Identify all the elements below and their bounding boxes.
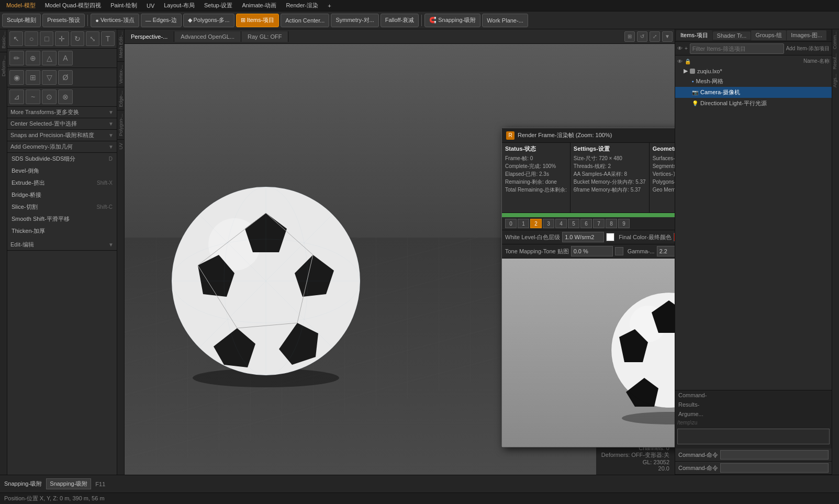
- cone-tool[interactable]: ▽: [42, 70, 57, 85]
- command-input-2[interactable]: [720, 463, 829, 473]
- tree-light[interactable]: 💡 Directional Light-平行光源: [675, 98, 832, 109]
- rotate-tool[interactable]: ↻: [71, 31, 84, 46]
- menu-add[interactable]: +: [323, 2, 335, 10]
- text2-tool[interactable]: A: [58, 51, 73, 65]
- zuqiu-expand-icon: ▶: [684, 68, 688, 74]
- sds-tool[interactable]: SDS Subdivide-SDS细分 D: [7, 153, 117, 165]
- menu-layout[interactable]: Layout-布局: [160, 1, 199, 10]
- extrude-tool[interactable]: Extrude-挤出 Shift-X: [7, 177, 117, 189]
- menu-render[interactable]: Render-渲染: [282, 1, 322, 10]
- torus-tool[interactable]: Ø: [58, 70, 73, 85]
- filter-items-input[interactable]: [690, 43, 784, 54]
- white-level-input[interactable]: [562, 232, 604, 242]
- move-tool[interactable]: ✛: [55, 31, 69, 46]
- mesh-edit-label: Mesh Edit-...: [118, 29, 124, 60]
- polygons-button[interactable]: ◆ Polygons-多...: [183, 14, 234, 27]
- edges-button[interactable]: — Edges-边: [141, 14, 182, 27]
- menu-model-quad[interactable]: Model Quad-模型四视: [41, 1, 106, 10]
- menu-paint[interactable]: Paint-绘制: [106, 1, 141, 10]
- tone-icon[interactable]: [615, 247, 623, 255]
- snapping-toolbar-icon: 🧲: [429, 17, 437, 24]
- tree-mesh[interactable]: ▪ Mesh-网格: [675, 76, 832, 87]
- pen-tool[interactable]: ✏: [9, 51, 24, 65]
- box-tool[interactable]: □: [40, 31, 53, 46]
- frame-7[interactable]: 7: [593, 219, 605, 228]
- right-tab-shader[interactable]: Shader Tr...: [713, 31, 751, 40]
- falloff-button[interactable]: Falloff-衰减: [381, 14, 419, 27]
- more-transforms-row[interactable]: More Transforms-更多变换 ▼: [7, 107, 117, 118]
- right-tab-groups[interactable]: Groups-组: [751, 30, 786, 40]
- viewport-content[interactable]: Camera-摄像机 Channels: 0 Deformers: OFF-变形…: [125, 44, 675, 475]
- left-strip: Basic-... Deform-...: [0, 29, 7, 475]
- viewport-icon-1[interactable]: ⊞: [624, 31, 635, 42]
- snaps-precision-row[interactable]: Snaps and Precision-吸附和精度 ▼: [7, 130, 117, 141]
- frame-5[interactable]: 5: [568, 219, 579, 228]
- viewport-tab-opengl[interactable]: Advanced OpenGL...: [174, 31, 241, 42]
- bevel-tool[interactable]: Bevel-倒角: [7, 165, 117, 177]
- tree-camera[interactable]: 📷 Camera-摄像机: [675, 87, 832, 98]
- shape-tool[interactable]: △: [42, 51, 57, 65]
- frame-6[interactable]: 6: [580, 219, 592, 228]
- viewport-tab-raygl[interactable]: Ray GL: OFF: [241, 31, 288, 42]
- frame-3[interactable]: 3: [543, 219, 554, 228]
- frame-1[interactable]: 1: [518, 219, 529, 228]
- smooth-shift-tool[interactable]: Smooth Shift-平滑平移: [7, 213, 117, 225]
- tree-zuqiu[interactable]: ▶ zuqiu.lxo*: [675, 66, 832, 76]
- frame-4[interactable]: 4: [555, 219, 567, 228]
- thicken-tool[interactable]: Thicken-加厚: [7, 225, 117, 237]
- sculpt-button[interactable]: Sculpt-雕刻: [2, 14, 41, 27]
- right-cmd-label2: Results-: [675, 400, 832, 409]
- status-panel: Status-状态 Frame-帧: 0 Complete-完成: 100% E…: [502, 143, 570, 212]
- viewport-tabs: Perspective-... Advanced OpenGL... Ray G…: [125, 29, 675, 44]
- command-input-1[interactable]: [720, 450, 829, 460]
- paint-tool[interactable]: ○: [25, 31, 38, 46]
- frame-9[interactable]: 9: [618, 219, 630, 228]
- symmetry-button[interactable]: Symmetry-对...: [331, 14, 378, 27]
- work-plane-button[interactable]: Work Plane-...: [482, 14, 528, 27]
- snapping-toolbar-button[interactable]: 🧲 Snapping-吸附: [424, 14, 480, 27]
- right-tab-images[interactable]: Images-图...: [787, 30, 826, 40]
- frame-0[interactable]: 0: [505, 219, 517, 228]
- mesh-vert-strip: Mesh Edit-... Vertex-... Edge-... Polygo…: [117, 29, 125, 475]
- scale-tool[interactable]: ⤡: [86, 31, 99, 46]
- sphere-tool[interactable]: ◉: [9, 70, 24, 85]
- frame-8[interactable]: 8: [606, 219, 617, 228]
- menu-animate[interactable]: Animate-动画: [238, 1, 281, 10]
- viewport-icon-3[interactable]: ⤢: [650, 31, 660, 42]
- edges-icon: —: [146, 17, 151, 24]
- menu-setup[interactable]: Setup-设置: [200, 1, 237, 10]
- viewport-tab-perspective[interactable]: Perspective-...: [125, 31, 174, 42]
- center-selected-row[interactable]: Center Selected-置中选择 ▼: [7, 118, 117, 130]
- vertices-button[interactable]: ● Vertices-顶点: [91, 14, 139, 27]
- items-button[interactable]: ⊞ Items-项目: [236, 14, 279, 27]
- render-settings-row2: Tone Mapping-Tone 贴图 Gamma-...: [502, 244, 675, 259]
- menu-uv[interactable]: UV: [142, 2, 159, 10]
- gamma-input[interactable]: [657, 246, 675, 256]
- slice-tool[interactable]: Slice-切割 Shift-C: [7, 201, 117, 213]
- menu-model[interactable]: Model-模型: [2, 1, 40, 10]
- bridge-tool[interactable]: Bridge-桥接: [7, 189, 117, 201]
- add-geometry-row[interactable]: Add Geometry-添加几何 ▼: [7, 141, 117, 153]
- edit-section-row[interactable]: Edit-编辑 ▼: [7, 239, 117, 251]
- camera-icon: 📷: [692, 89, 698, 95]
- type-tool[interactable]: T: [101, 31, 115, 46]
- smooth-tool[interactable]: ~: [26, 89, 40, 104]
- frame-2[interactable]: 2: [530, 219, 542, 228]
- right-tab-items[interactable]: Items-项目: [676, 30, 712, 40]
- viewport-icon-2[interactable]: ↺: [637, 31, 647, 42]
- camera-gl: GL: 23052: [601, 459, 669, 465]
- main-layout: Basic-... Deform-... ↖ ○ □ ✛ ↻ ⤡ T ✏ ⊕ △…: [0, 29, 839, 475]
- white-level-color[interactable]: [606, 233, 614, 241]
- vertices-icon: ●: [95, 17, 99, 24]
- action-center-button[interactable]: Action Center...: [281, 14, 329, 27]
- cube-tool[interactable]: ⊞: [26, 70, 40, 85]
- viewport-icon-4[interactable]: ▼: [662, 31, 673, 42]
- transform-tool[interactable]: ⊕: [26, 51, 40, 65]
- select-tool[interactable]: ↖: [9, 31, 23, 46]
- tone-mapping-input[interactable]: [571, 246, 613, 256]
- weld-tool[interactable]: ⊗: [58, 89, 73, 104]
- flatten-tool[interactable]: ⊿: [9, 89, 24, 104]
- final-color-swatch[interactable]: [674, 233, 675, 241]
- poke-tool[interactable]: ⊙: [42, 89, 57, 104]
- presets-button[interactable]: Presets-预设: [42, 14, 85, 27]
